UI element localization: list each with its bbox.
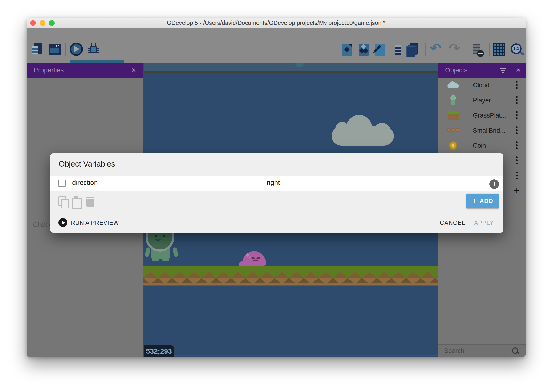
properties-title: Properties <box>34 63 64 78</box>
run-preview-icon[interactable] <box>58 218 67 227</box>
instances-list-icon[interactable] <box>390 43 404 56</box>
grass-platform-zigzag <box>143 272 438 278</box>
add-child-variable-button[interactable] <box>489 179 499 189</box>
cloud-object[interactable] <box>331 115 394 146</box>
variable-row <box>50 175 504 191</box>
grid-icon[interactable] <box>492 43 506 56</box>
toolbar-separator <box>466 43 466 56</box>
variable-name-input[interactable] <box>72 177 223 188</box>
object-name: GrassPlat... <box>473 108 506 123</box>
toolbar-separator <box>489 43 490 56</box>
object-menu-icon[interactable] <box>515 156 518 165</box>
scene-border-line <box>143 355 438 356</box>
object-name: SmallBrid... <box>473 123 505 138</box>
toggle-mask-icon[interactable] <box>470 43 483 56</box>
add-button-label: ADD <box>480 198 493 204</box>
redo-icon[interactable]: ↷ <box>448 43 461 56</box>
object-menu-icon[interactable] <box>515 96 518 105</box>
project-manager-icon[interactable] <box>30 42 44 56</box>
objects-search-bar <box>438 344 526 357</box>
titlebar: GDevelop 5 - /Users/david/Documents/GDev… <box>27 18 526 28</box>
toolbar: ↶ ↷ 1:1 Start Page New scen <box>27 28 526 63</box>
start-page-window-icon[interactable] <box>48 42 62 56</box>
delete-icon[interactable] <box>86 196 94 208</box>
zoom-original-icon[interactable]: 1:1 <box>510 43 524 56</box>
copy-icon[interactable] <box>58 196 68 208</box>
apply-button[interactable]: APPLY <box>474 215 494 230</box>
object-row-grassplatform[interactable]: GrassPlat... <box>438 108 526 123</box>
object-menu-icon[interactable] <box>515 81 518 90</box>
variable-value-input[interactable] <box>267 177 491 188</box>
close-panel-icon[interactable]: ✕ <box>131 63 136 78</box>
toolbar-separator <box>65 43 66 56</box>
plus-icon: + <box>472 196 477 205</box>
objects-header: Objects ✕ <box>438 63 526 78</box>
slime-enemy-object[interactable] <box>242 251 266 266</box>
cancel-button[interactable]: CANCEL <box>440 215 465 230</box>
run-preview-button[interactable]: RUN A PREVIEW <box>71 215 119 230</box>
object-menu-icon[interactable] <box>515 141 518 150</box>
object-row-cloud[interactable]: Cloud <box>438 78 526 93</box>
close-panel-icon[interactable]: ✕ <box>516 63 521 78</box>
objects-list-icon[interactable] <box>357 43 370 56</box>
dialog-title: Object Variables <box>59 160 115 168</box>
debug-icon[interactable] <box>86 42 100 56</box>
object-menu-icon[interactable] <box>515 111 518 120</box>
add-variable-button[interactable]: +ADD <box>466 194 499 209</box>
player-icon <box>447 95 459 106</box>
add-object-icon[interactable] <box>340 43 354 56</box>
objects-title: Objects <box>445 63 468 78</box>
paste-icon[interactable] <box>72 196 81 208</box>
toolbar-separator <box>425 43 426 56</box>
play-preview-icon[interactable] <box>69 42 83 56</box>
edit-scene-properties-icon[interactable] <box>373 43 387 56</box>
search-icon <box>512 348 519 355</box>
grass-platform-icon <box>447 110 459 121</box>
object-menu-icon[interactable] <box>515 126 518 135</box>
object-row-coin[interactable]: Coin <box>438 138 526 153</box>
properties-hint: Click o <box>33 221 53 229</box>
window-title: GDevelop 5 - /Users/david/Documents/GDev… <box>27 18 526 28</box>
undo-icon[interactable]: ↶ <box>429 43 443 56</box>
layers-icon[interactable] <box>406 43 420 56</box>
gdevelop-window: GDevelop 5 - /Users/david/Documents/GDev… <box>27 18 526 357</box>
cloud-icon <box>447 80 459 91</box>
dialog-footer: RUN A PREVIEW CANCEL APPLY <box>50 215 504 232</box>
object-name: Player <box>473 93 491 108</box>
filter-icon[interactable] <box>500 67 506 73</box>
object-name: Cloud <box>473 78 490 93</box>
object-name: Coin <box>473 138 486 153</box>
object-row-smallbridge[interactable]: SmallBrid... <box>438 123 526 138</box>
cursor-coordinates: 532;293 <box>144 345 174 357</box>
add-object-plus-icon[interactable]: + <box>511 183 522 198</box>
variable-checkbox[interactable] <box>58 180 66 187</box>
object-variables-dialog: Object Variables +ADD RUN A PREVIEW CANC… <box>50 153 504 232</box>
desktop: GDevelop 5 - /Users/david/Documents/GDev… <box>0 0 552 392</box>
small-bridge-icon <box>447 125 459 136</box>
coin-icon <box>447 140 459 151</box>
scene-top-band <box>143 63 438 71</box>
properties-header: Properties ✕ <box>27 63 143 78</box>
object-row-player[interactable]: Player <box>438 93 526 108</box>
object-menu-icon[interactable] <box>515 171 518 180</box>
grass-platform-object[interactable] <box>143 266 438 272</box>
grass-platform-dirt <box>143 278 438 286</box>
scene-border-line <box>143 71 438 73</box>
